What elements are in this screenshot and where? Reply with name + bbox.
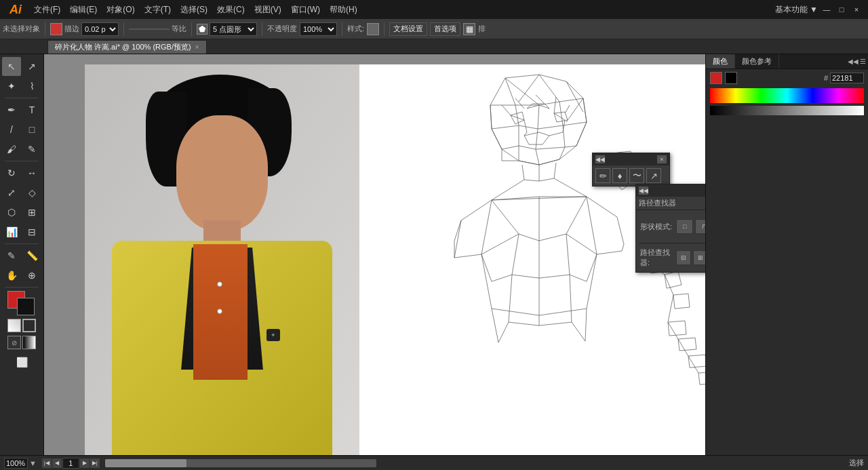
reflect-tool[interactable]: ↔ [22, 163, 41, 182]
select-tool[interactable]: ↖ [2, 57, 21, 76]
app-logo: Ai [5, 3, 26, 17]
line-tools-row: / □ [2, 120, 41, 139]
panel-menu-btn[interactable]: ☰ [860, 58, 866, 65]
chart-tools-row: 📊 ⊟ [2, 222, 41, 241]
brush-panel-close[interactable]: × [657, 155, 667, 163]
stroke-color-swatch[interactable] [50, 23, 62, 35]
maximize-button[interactable]: □ [835, 3, 848, 16]
art-brush-icon[interactable]: ↗ [646, 168, 661, 183]
pen-tool[interactable]: ✒ [2, 100, 21, 119]
magic-wand-tool[interactable]: ✦ [2, 77, 21, 96]
zoom-dropdown-icon[interactable]: ▼ [29, 459, 37, 467]
close-button[interactable]: × [850, 3, 863, 16]
rect-tool[interactable]: □ [22, 120, 41, 139]
pencil-tool[interactable]: ✎ [22, 140, 41, 159]
scroll-thumb[interactable] [105, 459, 186, 467]
bg-color-box[interactable] [725, 72, 737, 84]
slice-tool[interactable]: ⊟ [22, 222, 41, 241]
doc-settings-btn[interactable]: 文档设置 [389, 22, 427, 36]
trim-btn[interactable]: ⊞ [693, 250, 705, 265]
color-spectrum[interactable] [710, 88, 864, 103]
lasso-tool[interactable]: ⌇ [22, 77, 41, 96]
minus-front-btn[interactable]: ⊓ [695, 219, 705, 234]
main-area: ↖ ↗ ✦ ⌇ ✒ T / □ 🖌 ✎ ↻ ↔ ⤢ ◇ ⬡ [0, 54, 868, 455]
scale-tool[interactable]: ⤢ [2, 183, 21, 202]
measure-tool[interactable]: 📏 [22, 246, 41, 265]
zoom-tool[interactable]: ⊕ [22, 266, 41, 285]
svg-line-27 [536, 147, 565, 149]
menu-object[interactable]: 对象(O) [102, 3, 138, 17]
fg-color-box[interactable] [710, 72, 722, 84]
color-ref-tab[interactable]: 颜色参考 [735, 54, 779, 68]
canvas-area[interactable]: ✦ [44, 54, 705, 455]
fill-btn[interactable] [7, 319, 21, 332]
svg-line-66 [492, 309, 498, 342]
svg-marker-103 [698, 372, 705, 385]
paint-brush-icon[interactable]: ✏ [595, 168, 610, 183]
hand-tool[interactable]: ✋ [2, 266, 21, 285]
svg-line-72 [509, 322, 539, 326]
rotate-tool[interactable]: ↻ [2, 163, 21, 182]
calligraphy-icon[interactable]: ♦ [612, 168, 627, 183]
pathfinder-tools-row: 路径查找器: ⊟ ⊞ ⊡ ■ ⊟ ⊠ [640, 248, 705, 268]
pathfinder-collapse[interactable]: ◀◀ [639, 187, 648, 195]
chart-tool[interactable]: 📊 [2, 222, 21, 241]
panel-expand-btn[interactable]: ◀◀ [848, 58, 859, 65]
none-gradient-row: ⊘ [7, 336, 36, 349]
svg-line-62 [492, 275, 512, 281]
unite-btn[interactable]: □ [676, 219, 693, 234]
svg-marker-101 [678, 338, 696, 351]
svg-line-128 [563, 120, 565, 132]
last-page-btn[interactable]: ▶| [90, 458, 100, 468]
style-swatch[interactable] [367, 23, 379, 35]
arrange-btn[interactable]: ▦ [463, 23, 475, 35]
statusbar: ▼ |◀ ◀ ▶ ▶| 选择 [0, 455, 868, 470]
svg-line-24 [576, 122, 587, 146]
page-input[interactable] [62, 458, 79, 469]
gradient-mesh-tool[interactable]: ⊞ [22, 203, 41, 222]
shear-tool[interactable]: ◇ [22, 183, 41, 202]
menu-type[interactable]: 文字(T) [140, 3, 175, 17]
first-page-btn[interactable]: |◀ [42, 458, 52, 468]
line-tool[interactable]: / [2, 120, 21, 139]
menu-file[interactable]: 文件(F) [30, 3, 64, 17]
scatter-icon[interactable]: 〜 [629, 168, 644, 183]
menu-window[interactable]: 窗口(W) [287, 3, 324, 17]
tab-close-btn[interactable]: × [195, 43, 199, 51]
type-tool[interactable]: T [22, 100, 41, 119]
svg-line-119 [688, 356, 698, 373]
menu-help[interactable]: 帮助(H) [326, 3, 361, 17]
color-hex-input[interactable] [830, 73, 864, 83]
menu-select[interactable]: 选择(S) [176, 3, 212, 17]
minimize-button[interactable]: — [821, 3, 833, 16]
points-section: ⬟ 5 点圆形 [197, 22, 257, 36]
menu-view[interactable]: 视图(V) [250, 3, 285, 17]
brush-tool[interactable]: 🖌 [2, 140, 21, 159]
zoom-input[interactable] [4, 458, 28, 469]
divide-btn[interactable]: ⊟ [676, 250, 691, 265]
stroke-select[interactable]: 0.02 p [81, 22, 119, 36]
color-tab[interactable]: 颜色 [706, 54, 735, 68]
gray-bar[interactable] [710, 106, 864, 115]
left-toolbar: ↖ ↗ ✦ ⌇ ✒ T / □ 🖌 ✎ ↻ ↔ ⤢ ◇ ⬡ [0, 54, 44, 455]
none-btn[interactable]: ⊘ [7, 336, 21, 349]
artboard-btn[interactable]: ⬜ [7, 353, 37, 372]
opacity-select[interactable]: 100% [300, 22, 337, 36]
points-select[interactable]: 5 点圆形 [210, 22, 257, 36]
menu-edit[interactable]: 编辑(E) [66, 3, 101, 17]
menu-effect[interactable]: 效果(C) [213, 3, 249, 17]
stroke-btn[interactable] [22, 319, 36, 332]
svg-line-77 [454, 220, 461, 258]
bg-color-swatch[interactable] [17, 298, 35, 315]
brush-panel-collapse[interactable]: ◀◀ [595, 155, 605, 163]
pathfinder-panel: ◀◀ ☰ × 路径查找器 形状模式: □ ⊓ ⊔ ⊠ 扩展 [635, 184, 705, 273]
prev-page-btn[interactable]: ◀ [52, 458, 62, 468]
svg-line-63 [512, 275, 539, 278]
document-tab[interactable]: 碎片化人物 许嵩.ai* @ 100% (RGB/预览) × [47, 40, 207, 54]
eyedropper-tool[interactable]: ✎ [2, 246, 21, 265]
next-page-btn[interactable]: ▶ [80, 458, 90, 468]
preferences-btn[interactable]: 首选项 [430, 22, 460, 36]
gradient-btn[interactable] [22, 336, 36, 349]
blend-tool[interactable]: ⬡ [2, 203, 21, 222]
direct-select-tool[interactable]: ↗ [22, 57, 41, 76]
